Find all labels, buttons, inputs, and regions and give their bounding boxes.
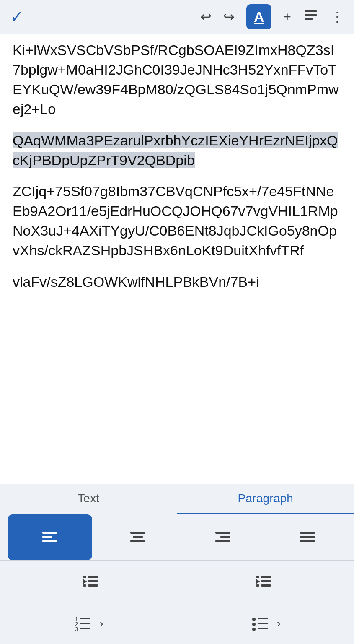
indent-icon xyxy=(253,571,274,592)
svg-rect-5 xyxy=(42,540,57,542)
undo-icon[interactable]: ↩ xyxy=(200,9,212,25)
svg-rect-26 xyxy=(256,584,259,587)
svg-rect-10 xyxy=(220,536,230,538)
add-icon[interactable]: + xyxy=(283,9,291,25)
align-right-icon xyxy=(214,528,232,547)
svg-rect-8 xyxy=(130,540,145,542)
align-justify-icon xyxy=(298,528,317,547)
indent-button[interactable] xyxy=(177,561,350,602)
svg-rect-22 xyxy=(261,576,271,578)
unordered-list-icon xyxy=(251,614,269,633)
toolbar-center: ↩ ↪ A + ⋮ xyxy=(200,4,344,29)
svg-rect-17 xyxy=(88,580,98,582)
svg-point-37 xyxy=(252,628,256,631)
text-line-1: Ki+lWxSVSCbVSbPSf/RCgbSOAEI9ZImxH8QZ3sI7… xyxy=(13,42,339,117)
indent-row xyxy=(0,560,354,602)
svg-marker-21 xyxy=(256,579,260,584)
toolbar: ✓ ↩ ↪ A + ⋮ xyxy=(0,0,354,34)
text-line-3: vlaFv/sZ8LGOWKwlfNHLPBkBVn/7B+i xyxy=(13,274,259,290)
svg-rect-2 xyxy=(305,18,313,20)
ordered-list-chevron: › xyxy=(99,617,103,630)
ordered-list-section[interactable]: 1 2 3 › xyxy=(0,602,177,644)
check-icon[interactable]: ✓ xyxy=(10,8,23,26)
svg-rect-4 xyxy=(42,536,52,538)
tab-paragraph[interactable]: Paragraph xyxy=(177,484,354,514)
svg-marker-15 xyxy=(83,579,87,584)
svg-point-33 xyxy=(252,618,256,621)
align-left-icon xyxy=(41,528,59,547)
align-justify-button[interactable] xyxy=(265,514,350,560)
align-center-button[interactable] xyxy=(96,514,180,560)
svg-rect-23 xyxy=(261,580,271,582)
align-left-button[interactable] xyxy=(8,514,92,560)
svg-rect-28 xyxy=(80,618,90,619)
svg-rect-24 xyxy=(261,584,271,587)
svg-rect-36 xyxy=(258,623,268,624)
text-block-2: ZCIjq+75Sf07g8Ibm37CBVqCNPfc5x+/7e45FtNN… xyxy=(13,182,341,260)
svg-rect-19 xyxy=(83,576,86,578)
svg-rect-32 xyxy=(80,628,90,629)
tab-text[interactable]: Text xyxy=(0,484,177,514)
text-block-highlighted: QAqWMMa3PEzarulPxrbhYczIEXieYHrEzrNEIjpx… xyxy=(13,131,341,170)
svg-rect-6 xyxy=(130,532,145,534)
svg-rect-38 xyxy=(258,628,268,629)
text-block-1: Ki+lWxSVSCbVSbPSf/RCgbSOAEI9ZImxH8QZ3sI7… xyxy=(13,40,341,119)
align-center-icon xyxy=(129,528,147,547)
svg-rect-13 xyxy=(300,536,315,538)
unordered-list-chevron: › xyxy=(276,617,280,630)
redo-icon[interactable]: ↪ xyxy=(223,9,235,25)
svg-rect-3 xyxy=(42,532,57,534)
ordered-list-icon: 1 2 3 xyxy=(73,614,92,633)
svg-rect-34 xyxy=(258,618,268,619)
svg-rect-20 xyxy=(83,584,86,587)
svg-text:3: 3 xyxy=(75,626,78,632)
alignment-row xyxy=(0,514,354,560)
font-label: A xyxy=(254,9,264,25)
align-right-button[interactable] xyxy=(181,514,265,560)
outdent-button[interactable] xyxy=(4,561,177,602)
svg-rect-1 xyxy=(305,14,317,16)
svg-rect-14 xyxy=(300,540,315,542)
svg-rect-12 xyxy=(300,532,315,534)
svg-rect-16 xyxy=(88,576,98,578)
svg-rect-7 xyxy=(133,536,143,538)
svg-rect-0 xyxy=(305,10,317,12)
text-block-3: vlaFv/sZ8LGOWKwlfNHLPBkBVn/7B+i xyxy=(13,272,341,292)
svg-rect-9 xyxy=(215,532,230,534)
unordered-list-section[interactable]: › xyxy=(177,602,354,644)
svg-rect-18 xyxy=(88,584,98,587)
font-button[interactable]: A xyxy=(246,4,271,29)
svg-rect-11 xyxy=(215,540,230,542)
more-icon[interactable]: ⋮ xyxy=(331,9,344,25)
highlighted-text: QAqWMMa3PEzarulPxrbhYczIEXieYHrEzrNEIjpx… xyxy=(13,132,338,168)
outdent-icon xyxy=(80,571,101,592)
tab-row: Text Paragraph xyxy=(0,484,354,514)
document-content[interactable]: Ki+lWxSVSCbVSbPSf/RCgbSOAEI9ZImxH8QZ3sI7… xyxy=(0,34,354,484)
svg-point-35 xyxy=(252,623,256,626)
svg-rect-25 xyxy=(256,576,259,578)
comment-icon[interactable] xyxy=(303,7,319,26)
text-line-2: ZCIjq+75Sf07g8Ibm37CBVqCNPfc5x+/7e45FtNN… xyxy=(13,183,338,258)
svg-rect-30 xyxy=(80,623,90,624)
list-row: 1 2 3 › › xyxy=(0,602,354,644)
toolbar-left: ✓ xyxy=(10,8,23,26)
bottom-panel: Text Paragraph xyxy=(0,484,354,644)
